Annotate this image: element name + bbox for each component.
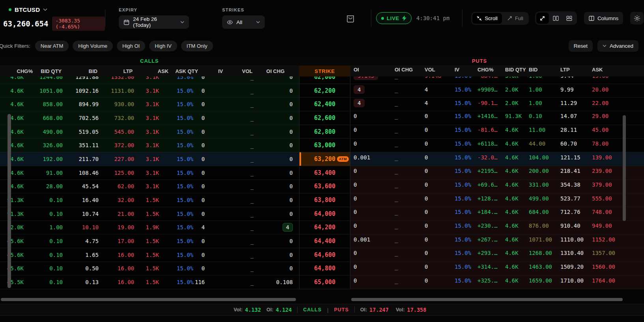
- puts-horizontal-scrollbar[interactable]: [351, 298, 623, 301]
- symbol-name: BTCUSD: [15, 6, 40, 13]
- call-ltp: 227.00: [99, 152, 134, 166]
- chain-row-63400[interactable]: 4.6K91.00108.46125.003.1K15.0%0_063,4000…: [0, 166, 644, 180]
- column-header-chg[interactable]: CHG%: [0, 66, 33, 77]
- column-header-ltp[interactable]: LTP: [97, 66, 133, 77]
- call-ask: 3.1K: [134, 84, 159, 97]
- call-bid: 1092.16: [63, 84, 99, 97]
- put-bid-qty: 3.0K: [505, 77, 529, 81]
- chain-row-62000[interactable]: 4.6K1244.001291.881332.003.1K15.0%0_062,…: [0, 77, 644, 84]
- column-header-oi[interactable]: OI: [354, 66, 395, 74]
- chain-row-64800[interactable]: 45.6K0.100.5016.001.5K15.0%0_064,8000_01…: [0, 262, 644, 276]
- column-header-ask[interactable]: ASK: [592, 66, 644, 74]
- filter-pill-itm-only[interactable]: ITM Only: [181, 41, 213, 51]
- put-chg-pct: +230.…: [477, 221, 505, 231]
- basket-icon[interactable]: [346, 13, 355, 23]
- expiry-dropdown[interactable]: 24 Feb 26 (Today): [119, 15, 189, 29]
- column-header-ask[interactable]: ASK: [133, 66, 168, 77]
- chain-row-62600[interactable]: 4.6K668.00702.56732.003.1K15.0%0_062,600…: [0, 111, 644, 125]
- column-header-ltp[interactable]: LTP: [560, 66, 592, 74]
- right-vertical-scrollbar[interactable]: [623, 115, 626, 221]
- footer-puts-toggle[interactable]: PUTS: [334, 307, 348, 313]
- chain-row-64200[interactable]: 2.0K1.0010.1019.001.9K15.0%4_464,2000_01…: [0, 221, 644, 235]
- call-oi-chg: 0: [254, 166, 293, 180]
- grid-view-button[interactable]: [563, 13, 576, 24]
- call-ask-qty: 15.0%: [159, 221, 193, 234]
- chain-row-63200[interactable]: 4.6K192.00211.70227.003.1K15.0%0_063,200…: [0, 152, 644, 166]
- calls-cells: 2.0K1.0010.1019.001.9K15.0%4_4: [0, 221, 299, 235]
- chain-row-64000[interactable]: 91.3K0.1010.7421.001.5K15.0%0_064,0000_0…: [0, 207, 644, 221]
- full-mode-button[interactable]: Full: [503, 13, 528, 24]
- chevron-down-icon[interactable]: [43, 8, 47, 11]
- chain-row-62800[interactable]: 4.6K490.00519.05545.003.1K15.0%0_062,800…: [0, 125, 644, 139]
- put-chg-pct: +325.…: [477, 275, 505, 285]
- column-header-iv[interactable]: IV: [198, 66, 223, 77]
- column-header-vol[interactable]: VOL: [223, 66, 253, 77]
- put-oi: 0: [354, 275, 395, 285]
- chain-row-64400[interactable]: 45.6K0.104.7517.001.5K15.0%0_064,4000.00…: [0, 234, 644, 248]
- call-vol: _: [205, 111, 254, 125]
- column-header-oi-chg[interactable]: OI CHG: [253, 66, 285, 77]
- call-iv: 0: [193, 111, 205, 125]
- put-oi: 0: [354, 166, 395, 176]
- reset-filters-button[interactable]: Reset: [569, 40, 593, 52]
- expand-layout-button[interactable]: [536, 13, 549, 24]
- put-iv: 15.0%: [455, 234, 477, 244]
- column-header-chg[interactable]: CHG%: [477, 66, 505, 74]
- put-oi: 0.001: [354, 234, 395, 244]
- calls-vol-label: Vol:: [234, 307, 243, 313]
- chain-row-62400[interactable]: 4.6K858.00894.99930.003.1K15.0%0_062,400…: [0, 97, 644, 111]
- call-ask: 1.5K: [134, 262, 159, 275]
- strike-column-header[interactable]: STRIKE: [299, 66, 350, 77]
- call-oi-chg: 4: [254, 221, 293, 234]
- column-header-vol[interactable]: VOL: [425, 66, 455, 74]
- split-view-button[interactable]: [550, 13, 562, 24]
- column-header-bid[interactable]: BID: [62, 66, 97, 77]
- put-ltp: 1110.00: [560, 234, 592, 244]
- put-oi: 9.145: [354, 77, 395, 81]
- put-bid-qty: 4.6K: [505, 221, 529, 231]
- call-oi-chg: 0: [254, 97, 293, 111]
- strikes-dropdown[interactable]: All: [222, 15, 265, 29]
- call-chg-pct: 4.6K: [0, 166, 24, 180]
- call-vol: _: [205, 193, 254, 207]
- call-ask-qty: 15.0%: [159, 97, 193, 111]
- puts-oi-label: OI:: [360, 307, 367, 313]
- column-header-iv[interactable]: IV: [455, 66, 477, 74]
- chain-row-64600[interactable]: 45.6K0.101.6516.001.5K15.0%0_064,6000_01…: [0, 248, 644, 262]
- calls-horizontal-scrollbar[interactable]: [1, 298, 296, 301]
- call-ask-qty: 15.0%: [159, 166, 193, 180]
- chain-row-63800[interactable]: 91.3K0.1016.4032.001.5K15.0%0_063,8000_0…: [0, 193, 644, 207]
- put-iv: 15.0%: [455, 111, 477, 121]
- put-bid: 876.00: [529, 221, 560, 231]
- filter-pill-high-volume[interactable]: High Volume: [73, 41, 113, 51]
- call-oi-chg: 0.108: [254, 275, 293, 289]
- columns-button[interactable]: Columns: [584, 12, 623, 24]
- footer-calls-toggle[interactable]: CALLS: [303, 307, 322, 313]
- column-header-bid[interactable]: BID: [529, 66, 560, 74]
- chain-row-63600[interactable]: 4.6K28.0045.5462.003.1K15.0%0_063,6000_0…: [0, 180, 644, 194]
- column-header-ask-qty[interactable]: ASK QTY: [168, 66, 198, 77]
- chain-row-65000[interactable]: 45.5K0.100.1316.001.5K15.0%0.116_0.10865…: [0, 275, 644, 289]
- put-oi: 0: [354, 262, 395, 272]
- put-oi: 0: [354, 248, 395, 258]
- call-ltp: 1332.00: [99, 77, 134, 84]
- column-header-bid-qty[interactable]: BID QTY: [33, 66, 62, 77]
- chain-row-63000[interactable]: 4.6K326.00351.11372.003.1K15.0%0_063,000…: [0, 139, 644, 152]
- call-bid-qty: 28.00: [24, 180, 63, 193]
- calls-cells: 4.6K326.00351.11372.003.1K15.0%0_0: [0, 139, 299, 152]
- symbol-selector[interactable]: BTCUSD: [3, 6, 105, 13]
- chain-row-62200[interactable]: 4.6K1051.001092.161131.003.1K15.0%0_062,…: [0, 84, 644, 98]
- live-dot: [381, 17, 384, 20]
- advanced-filters-button[interactable]: Advanced: [597, 40, 638, 52]
- column-header-oi-chg[interactable]: OI CHG: [395, 66, 425, 74]
- call-oi-chg: 0: [254, 193, 293, 207]
- filter-pill-high-oi[interactable]: High OI: [117, 41, 145, 51]
- column-header-bid-qty[interactable]: BID QTY: [505, 66, 529, 74]
- filter-pill-near-atm[interactable]: Near ATM: [35, 41, 69, 51]
- filter-pill-high-iv[interactable]: High IV: [149, 41, 177, 51]
- put-bid: 200.00: [529, 166, 560, 176]
- settings-button[interactable]: [630, 12, 644, 24]
- left-vertical-scrollbar[interactable]: [7, 114, 11, 288]
- live-toggle[interactable]: LIVE: [376, 12, 412, 24]
- scroll-mode-button[interactable]: Scroll: [472, 13, 502, 24]
